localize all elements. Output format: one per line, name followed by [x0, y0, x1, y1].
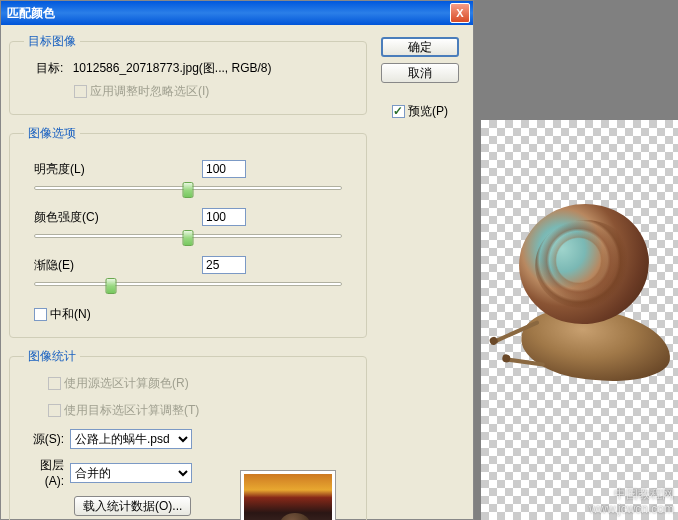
use-source-selection-row: 使用源选区计算颜色(R)	[48, 375, 352, 392]
dialog-title: 匹配颜色	[7, 5, 450, 22]
watermark-line1: 中国教程网	[589, 487, 674, 501]
fade-block: 渐隐(E)	[24, 256, 352, 296]
target-label: 目标:	[36, 61, 63, 75]
luminance-label: 明亮度(L)	[24, 161, 202, 178]
ok-button[interactable]: 确定	[381, 37, 459, 57]
neutralize-label: 中和(N)	[50, 306, 91, 323]
watermark: 中国教程网 www.jcwcn.com	[589, 487, 674, 516]
ignore-selection-row: 应用调整时忽略选区(I)	[24, 83, 352, 100]
preview-label: 预览(P)	[408, 103, 448, 120]
dialog-body: 目标图像 目标: 1012586_20718773.jpg(图..., RGB/…	[1, 25, 473, 519]
close-button[interactable]: X	[450, 3, 470, 23]
fade-input[interactable]	[202, 256, 246, 274]
cancel-button[interactable]: 取消	[381, 63, 459, 83]
fade-slider[interactable]	[34, 278, 342, 296]
intensity-label: 颜色强度(C)	[24, 209, 202, 226]
use-source-selection-checkbox	[48, 377, 61, 390]
ignore-selection-label: 应用调整时忽略选区(I)	[90, 83, 209, 100]
luminance-slider[interactable]	[34, 182, 342, 200]
image-stats-group: 图像统计 使用源选区计算颜色(R) 使用目标选区计算调整(T) 源(S): 公路…	[9, 348, 367, 520]
watermark-line2: www.jcwcn.com	[589, 502, 674, 516]
target-image-legend: 目标图像	[24, 33, 80, 50]
match-color-dialog: 匹配颜色 X 目标图像 目标: 1012586_20718773.jpg(图..…	[0, 0, 474, 520]
use-target-selection-row: 使用目标选区计算调整(T)	[48, 402, 352, 419]
luminance-input[interactable]	[202, 160, 246, 178]
luminance-block: 明亮度(L)	[24, 160, 352, 200]
source-label: 源(S):	[24, 431, 70, 448]
image-options-group: 图像选项 明亮度(L) 颜色强度(C)	[9, 125, 367, 338]
snail-image	[481, 200, 678, 410]
use-source-selection-label: 使用源选区计算颜色(R)	[64, 375, 189, 392]
image-options-legend: 图像选项	[24, 125, 80, 142]
titlebar[interactable]: 匹配颜色 X	[1, 1, 473, 25]
preview-checkbox[interactable]	[392, 105, 405, 118]
left-column: 目标图像 目标: 1012586_20718773.jpg(图..., RGB/…	[9, 33, 375, 511]
source-dropdown[interactable]: 公路上的蜗牛.psd	[70, 429, 192, 449]
target-value: 1012586_20718773.jpg(图..., RGB/8)	[73, 61, 272, 75]
load-stats-button[interactable]: 载入统计数据(O)...	[74, 496, 191, 516]
right-column: 确定 取消 预览(P)	[375, 33, 465, 511]
layer-dropdown[interactable]: 合并的	[70, 463, 192, 483]
neutralize-checkbox[interactable]	[34, 308, 47, 321]
image-stats-legend: 图像统计	[24, 348, 80, 365]
ignore-selection-checkbox	[74, 85, 87, 98]
target-image-group: 目标图像 目标: 1012586_20718773.jpg(图..., RGB/…	[9, 33, 367, 115]
use-target-selection-checkbox	[48, 404, 61, 417]
intensity-block: 颜色强度(C)	[24, 208, 352, 248]
source-row: 源(S): 公路上的蜗牛.psd	[24, 429, 352, 449]
intensity-slider[interactable]	[34, 230, 342, 248]
layer-label: 图层(A):	[24, 457, 70, 488]
canvas-checkerboard[interactable]: 中国教程网 www.jcwcn.com	[481, 120, 678, 520]
intensity-input[interactable]	[202, 208, 246, 226]
source-thumbnail	[240, 470, 336, 520]
canvas-area: 中国教程网 www.jcwcn.com	[474, 0, 678, 520]
preview-row: 预览(P)	[392, 103, 448, 120]
target-line: 目标: 1012586_20718773.jpg(图..., RGB/8)	[24, 60, 352, 77]
neutralize-row: 中和(N)	[24, 306, 352, 323]
use-target-selection-label: 使用目标选区计算调整(T)	[64, 402, 199, 419]
fade-label: 渐隐(E)	[24, 257, 202, 274]
